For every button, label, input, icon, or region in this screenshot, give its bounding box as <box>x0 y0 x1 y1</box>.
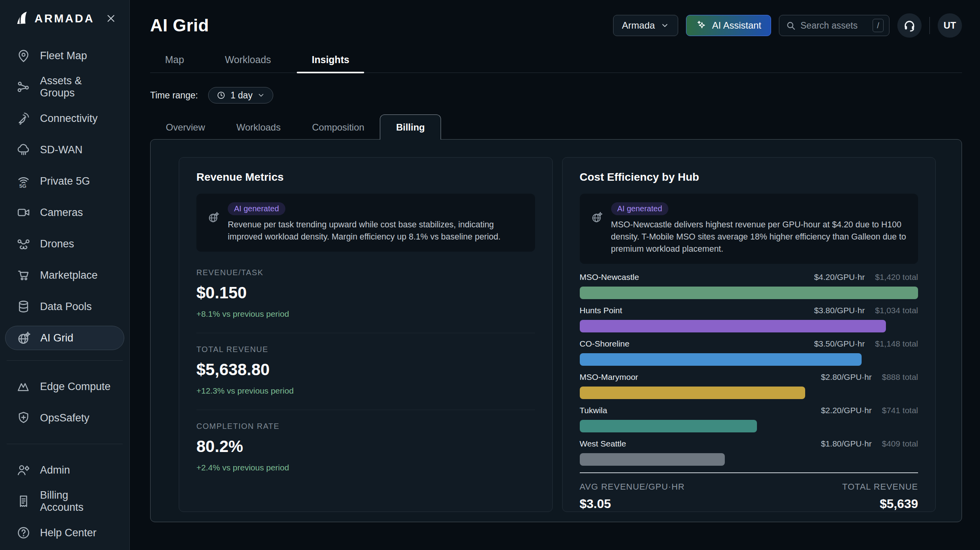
svg-text:5G: 5G <box>19 183 26 189</box>
ai-note-text: Revenue per task trending upward while c… <box>228 219 524 243</box>
hub-rate: $3.50/GPU·hr <box>814 339 865 349</box>
tab-workloads[interactable]: Workloads <box>210 47 286 73</box>
close-icon[interactable] <box>106 13 116 24</box>
time-range-row: Time range: 1 day <box>150 87 962 103</box>
globe-sparkle-icon <box>207 202 220 243</box>
ai-generated-badge: AI generated <box>611 202 669 215</box>
ai-note: AI generated Revenue per task trending u… <box>196 194 535 252</box>
hub-row: MSO-Marymoor$2.80/GPU·hr$888 total <box>580 372 918 399</box>
drone-icon <box>16 236 31 252</box>
time-range-value: 1 day <box>230 90 252 101</box>
subtab-composition[interactable]: Composition <box>296 116 380 139</box>
hub-rate: $4.20/GPU·hr <box>814 272 865 282</box>
sidebar-item-sdwan[interactable]: SD-WAN <box>5 134 124 165</box>
total-revenue-block: TOTAL REVENUE $5,639 <box>842 482 918 511</box>
hub-total: $1,420 total <box>875 272 918 282</box>
hub-total: $888 total <box>882 372 918 382</box>
sidebar-item-label: Admin <box>40 464 70 476</box>
hub-name: MSO-Marymoor <box>580 372 638 382</box>
sidebar-item-billing-accounts[interactable]: Billing Accounts <box>5 486 124 517</box>
avatar[interactable]: UT <box>938 13 962 38</box>
sidebar-item-ops-safety[interactable]: OpsSafety <box>5 402 124 434</box>
subtab-workloads[interactable]: Workloads <box>221 116 296 139</box>
cloud-network-icon <box>16 142 31 158</box>
help-icon <box>16 525 31 541</box>
sidebar-item-private-5g[interactable]: 5G Private 5G <box>5 165 124 197</box>
time-range-label: Time range: <box>150 90 198 101</box>
insight-subtabs: Overview Workloads Composition Billing <box>150 114 962 139</box>
main-content: AI Grid Armada AI Assistant / UT Map <box>130 0 980 550</box>
search-box[interactable]: / <box>779 15 889 36</box>
page-title: AI Grid <box>150 16 209 35</box>
page-header: AI Grid Armada AI Assistant / UT <box>130 0 980 38</box>
satellite-icon <box>16 111 31 126</box>
billing-panel: Revenue Metrics AI generated Revenue per… <box>150 139 962 522</box>
cost-efficiency-card: Cost Efficiency by Hub AI generated MSO-… <box>562 157 936 512</box>
globe-sparkle-icon <box>591 202 603 256</box>
sidebar-item-help-center[interactable]: Help Center <box>5 517 124 548</box>
hub-bar-chart: MSO-Newcastle$4.20/GPU·hr$1,420 total Hu… <box>580 272 918 472</box>
hub-rate: $1.80/GPU·hr <box>821 439 872 448</box>
metric-completion-rate: COMPLETION RATE 80.2% +2.4% vs previous … <box>196 410 535 486</box>
time-range-selector[interactable]: 1 day <box>208 87 273 103</box>
sidebar-item-data-pools[interactable]: Data Pools <box>5 291 124 322</box>
metric-value: 80.2% <box>196 437 535 456</box>
metric-total-revenue: TOTAL REVENUE $5,638.80 +12.3% vs previo… <box>196 333 535 410</box>
hub-total: $1,034 total <box>875 306 918 315</box>
ai-note: AI generated MSO-Newcastle delivers high… <box>580 194 918 264</box>
hub-row: CO-Shoreline$3.50/GPU·hr$1,148 total <box>580 339 918 366</box>
subtab-overview[interactable]: Overview <box>150 116 221 139</box>
org-selector-button[interactable]: Armada <box>613 15 678 36</box>
metric-delta: +8.1% vs previous period <box>196 309 535 319</box>
cart-icon <box>16 267 31 283</box>
sidebar-item-drones[interactable]: Drones <box>5 228 124 260</box>
mountain-icon <box>16 379 31 394</box>
sidebar-nav: Fleet Map Assets & Groups Connectivity S… <box>0 40 129 548</box>
sidebar-item-ai-grid[interactable]: AI Grid <box>5 326 124 350</box>
hub-bar <box>580 420 757 432</box>
sidebar-item-connectivity[interactable]: Connectivity <box>5 103 124 134</box>
shield-plus-icon <box>16 410 31 426</box>
sidebar-item-cameras[interactable]: Cameras <box>5 197 124 228</box>
hub-rate: $2.80/GPU·hr <box>821 372 872 382</box>
tab-insights[interactable]: Insights <box>297 47 364 73</box>
metric-value: $0.150 <box>196 283 535 302</box>
search-icon <box>786 20 796 31</box>
ai-assistant-button[interactable]: AI Assistant <box>686 15 771 36</box>
sidebar-item-label: OpsSafety <box>40 412 89 424</box>
sidebar-item-fleet-map[interactable]: Fleet Map <box>5 40 124 71</box>
ai-generated-badge: AI generated <box>228 202 285 215</box>
ai-assistant-label: AI Assistant <box>712 20 761 31</box>
subtab-billing[interactable]: Billing <box>380 114 441 140</box>
search-input[interactable] <box>800 20 868 31</box>
tab-map[interactable]: Map <box>150 47 199 73</box>
sidebar-item-label: Data Pools <box>40 301 92 313</box>
sidebar-item-marketplace[interactable]: Marketplace <box>5 260 124 291</box>
hub-name: MSO-Newcastle <box>580 272 639 282</box>
sidebar-item-label: Edge Compute <box>40 381 111 393</box>
metric-label: REVENUE/TASK <box>196 268 535 277</box>
hub-name: Hunts Point <box>580 306 622 315</box>
sidebar-item-label: AI Grid <box>40 332 73 344</box>
sidebar-item-edge-compute[interactable]: Edge Compute <box>5 371 124 402</box>
sidebar-divider <box>7 444 123 444</box>
map-pin-icon <box>16 48 31 64</box>
sidebar-item-label: Assets & Groups <box>40 75 114 99</box>
hub-summary: AVG REVENUE/GPU·HR $3.05 TOTAL REVENUE $… <box>580 472 918 511</box>
support-button[interactable] <box>897 13 922 38</box>
sidebar-item-admin[interactable]: Admin <box>5 454 124 486</box>
sidebar-item-label: SD-WAN <box>40 144 83 156</box>
logo-row: ARMADA <box>0 9 129 27</box>
hub-row: Hunts Point$3.80/GPU·hr$1,034 total <box>580 306 918 332</box>
sidebar-item-assets-groups[interactable]: Assets & Groups <box>5 71 124 103</box>
hub-row: West Seattle$1.80/GPU·hr$409 total <box>580 439 918 466</box>
header-controls: Armada AI Assistant / UT <box>613 13 962 38</box>
card-title: Cost Efficiency by Hub <box>580 171 918 183</box>
total-revenue-label: TOTAL REVENUE <box>842 482 918 492</box>
revenue-metrics-card: Revenue Metrics AI generated Revenue per… <box>179 157 553 512</box>
chevron-down-icon <box>257 91 265 99</box>
hub-bar <box>580 453 725 466</box>
video-camera-icon <box>16 205 31 220</box>
logo-wordmark: ARMADA <box>34 12 94 25</box>
user-gear-icon <box>16 462 31 478</box>
